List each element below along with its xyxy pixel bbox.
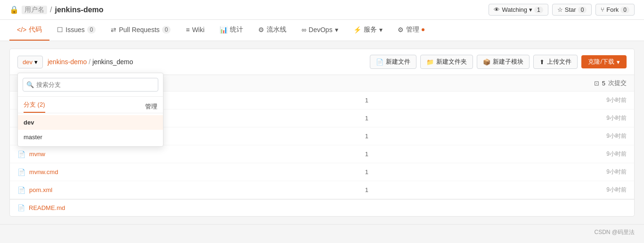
readme-icon: 📄 [17, 204, 25, 211]
file-commit-count: 1 [365, 97, 589, 104]
repo-toolbar: dev ▾ 🔍 分支 (2) 管理 [10, 49, 634, 75]
tab-code[interactable]: </> 代码 [9, 20, 49, 41]
star-label: Star [565, 6, 576, 13]
devops-icon: ∞ [302, 26, 306, 34]
tab-issues-label: Issues [65, 26, 84, 34]
file-time: 9小时前 [589, 96, 627, 104]
new-submodule-button[interactable]: 📦 新建子模块 [477, 55, 530, 69]
stats-icon: 📊 [220, 26, 228, 34]
header-actions: 👁 Watching ▾ 1 ☆ Star 0 ⑂ Fork 0 [489, 4, 635, 16]
file-icon: 📄 [17, 168, 25, 176]
tab-wiki-label: Wiki [192, 26, 204, 34]
main-content: dev ▾ 🔍 分支 (2) 管理 [9, 49, 635, 217]
new-file-icon: 📄 [376, 59, 383, 66]
search-icon: 🔍 [26, 81, 34, 88]
new-folder-icon: 📁 [426, 59, 434, 66]
file-time: 9小时前 [589, 168, 627, 176]
branch-search-wrapper: 🔍 [23, 78, 158, 92]
new-folder-label: 新建文件夹 [436, 58, 467, 66]
new-submodule-label: 新建子模块 [493, 58, 523, 66]
star-icon: ☆ [557, 6, 563, 13]
top-header: 🔒 用户名 / jenkins-demo 👁 Watching ▾ 1 ☆ St… [0, 0, 644, 20]
tab-pipeline[interactable]: ⚙ 流水线 [251, 20, 294, 41]
tab-pull-requests[interactable]: ⇄ Pull Requests 0 [103, 20, 178, 40]
watching-dropdown-icon: ▾ [529, 6, 532, 13]
tab-devops[interactable]: ∞ DevOps ▾ [294, 20, 346, 40]
commit-label: 次提交 [608, 79, 627, 87]
fork-icon: ⑂ [601, 6, 604, 13]
fork-label: Fork [606, 6, 619, 13]
clone-download-button[interactable]: 克隆/下载 ▾ [581, 55, 627, 68]
tab-manage[interactable]: ⚙ 管理 [390, 20, 432, 41]
readme-section: 📄 README.md [10, 199, 634, 216]
submodule-icon: 📦 [483, 59, 490, 66]
branch-tabs-header: 分支 (2) 管理 [18, 97, 163, 113]
watching-button[interactable]: 👁 Watching ▾ 1 [489, 4, 548, 16]
file-name-pom[interactable]: pom.xml [29, 186, 141, 193]
star-button[interactable]: ☆ Star 0 [552, 4, 592, 16]
pr-icon: ⇄ [111, 26, 116, 34]
tab-stats-label: 统计 [230, 25, 243, 34]
branch-manage-link[interactable]: 管理 [145, 102, 157, 111]
branch-tab-label: 分支 (2) [24, 101, 45, 113]
watching-label: Watching [502, 6, 527, 13]
lock-icon: 🔒 [9, 5, 19, 14]
file-commit-count: 1 [365, 186, 589, 193]
repo-owner[interactable]: 用户名 [22, 6, 47, 14]
manage-dot [422, 28, 424, 31]
star-count: 0 [578, 7, 587, 13]
file-commit-count: 1 [365, 115, 589, 122]
devops-dropdown-icon: ▾ [335, 26, 338, 34]
tab-wiki[interactable]: ≡ Wiki [178, 20, 212, 40]
clone-label: 克隆/下载 [588, 58, 614, 66]
manage-icon: ⚙ [398, 26, 404, 34]
file-time: 9小时前 [589, 132, 627, 140]
service-dropdown-icon: ▾ [379, 26, 383, 34]
toolbar-right: 📄 新建文件 📁 新建文件夹 📦 新建子模块 ⬆ 上传文件 克隆/下载 ▾ [370, 55, 627, 69]
clone-chevron-icon: ▾ [617, 59, 620, 66]
file-name-mvnw-cmd[interactable]: mvnw.cmd [29, 168, 141, 176]
toolbar-left: dev ▾ 🔍 分支 (2) 管理 [17, 56, 133, 68]
file-commit-count: 1 [365, 151, 589, 158]
table-row: 📄 mvnw 1 9小时前 [10, 145, 634, 163]
issues-icon: ☐ [57, 26, 63, 34]
pipeline-icon: ⚙ [258, 26, 264, 34]
code-icon: </> [17, 26, 26, 34]
breadcrumb-separator: / [89, 58, 90, 66]
pr-badge: 0 [162, 26, 171, 34]
new-file-button[interactable]: 📄 新建文件 [370, 55, 416, 69]
branch-search-container: 🔍 [18, 73, 163, 97]
branch-item-dev[interactable]: dev [18, 115, 163, 130]
service-icon: ⚡ [353, 26, 361, 34]
readme-filename[interactable]: README.md [29, 204, 627, 211]
title-separator: / [50, 6, 52, 14]
table-row: 📄 pom.xml 1 9小时前 [10, 181, 634, 199]
file-time: 9小时前 [589, 150, 627, 158]
tab-devops-label: DevOps [309, 26, 333, 34]
breadcrumb-current: jenkins_demo [92, 58, 133, 66]
branch-search-input[interactable] [23, 78, 158, 92]
file-time: 9小时前 [589, 114, 627, 122]
tab-issues[interactable]: ☐ Issues 0 [49, 20, 103, 40]
breadcrumb-parent[interactable]: jenkins-demo [48, 58, 87, 66]
file-name-mvnw[interactable]: mvnw [29, 151, 141, 158]
issues-badge: 0 [87, 26, 96, 34]
tab-service[interactable]: ⚡ 服务 ▾ [346, 20, 390, 41]
wiki-icon: ≡ [186, 26, 189, 34]
tab-stats[interactable]: 📊 统计 [212, 20, 251, 41]
watching-count: 1 [534, 7, 543, 13]
footer-text: CSDN @码里法 [594, 228, 635, 236]
upload-file-button[interactable]: ⬆ 上传文件 [533, 55, 578, 69]
file-icon: 📄 [17, 186, 25, 194]
branch-item-master[interactable]: master [18, 130, 163, 144]
fork-count: 0 [620, 7, 629, 13]
eye-icon: 👁 [494, 6, 500, 13]
branch-chevron-icon: ▾ [34, 59, 38, 66]
current-branch-name: dev [23, 59, 33, 66]
branch-selector-button[interactable]: dev ▾ [17, 56, 43, 68]
table-row: 📄 mvnw.cmd 1 9小时前 [10, 163, 634, 181]
new-folder-button[interactable]: 📁 新建文件夹 [420, 55, 473, 69]
tab-code-label: 代码 [29, 25, 42, 34]
branch-list: dev master [18, 113, 163, 146]
fork-button[interactable]: ⑂ Fork 0 [595, 4, 635, 16]
